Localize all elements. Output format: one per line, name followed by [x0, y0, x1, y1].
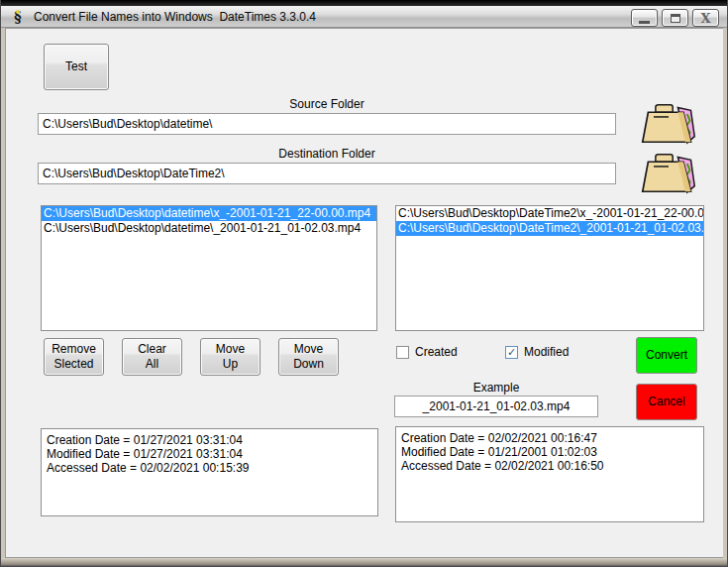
- close-icon: X: [700, 11, 710, 26]
- list-item[interactable]: C:\Users\Bud\Desktop\datetime\x_-2001-01…: [42, 206, 376, 221]
- minimize-button[interactable]: [631, 9, 658, 27]
- created-checkbox[interactable]: Created: [396, 345, 458, 359]
- browse-destination-button[interactable]: [640, 151, 697, 195]
- window-frame-left: [1, 28, 5, 558]
- maximize-icon: [671, 14, 680, 23]
- browse-source-button[interactable]: [640, 101, 697, 146]
- minimize-icon: [639, 21, 650, 24]
- title-bar[interactable]: § Convert File Names into Windows DateTi…: [1, 6, 728, 28]
- destination-file-list: C:\Users\Bud\Desktop\DateTime2\x_-2001-0…: [395, 205, 704, 331]
- window-title: Convert File Names into Windows DateTime…: [34, 10, 316, 24]
- source-folder-label: Source Folder: [38, 97, 616, 111]
- source-dates-box[interactable]: Creation Date = 01/27/2021 03:31:04 Modi…: [41, 428, 378, 516]
- source-file-list: C:\Users\Bud\Desktop\datetime\x_-2001-01…: [41, 205, 377, 331]
- example-label: Example: [394, 381, 598, 395]
- cancel-button[interactable]: Cancel: [636, 384, 697, 420]
- destination-dates-box[interactable]: Creation Date = 02/02/2021 00:16:47 Modi…: [395, 426, 704, 522]
- checkbox-check-icon: ✓: [505, 346, 518, 359]
- example-filename-input[interactable]: [394, 396, 598, 417]
- created-checkbox-label: Created: [415, 345, 458, 359]
- destination-folder-input[interactable]: [38, 163, 616, 184]
- list-item[interactable]: C:\Users\Bud\Desktop\DateTime2\x_-2001-0…: [396, 206, 703, 221]
- open-folder-icon: [640, 151, 697, 195]
- modified-checkbox[interactable]: ✓ Modified: [505, 345, 569, 359]
- accessed-date-line: Accessed Date = 02/02/2021 00:15:39: [47, 461, 372, 475]
- open-folder-icon: [640, 101, 697, 146]
- app-icon: §: [10, 9, 26, 25]
- app-window: § Convert File Names into Windows DateTi…: [0, 0, 728, 567]
- test-button[interactable]: Test: [44, 44, 109, 90]
- move-up-button[interactable]: Move Up: [200, 338, 260, 376]
- destination-folder-label: Destination Folder: [38, 147, 616, 161]
- accessed-date-line: Accessed Date = 02/02/2021 00:16:50: [401, 459, 698, 473]
- modified-date-line: Modified Date = 01/21/2001 01:02:03: [401, 445, 698, 459]
- list-item[interactable]: C:\Users\Bud\Desktop\datetime\_2001-01-2…: [42, 221, 376, 236]
- close-button[interactable]: X: [692, 9, 719, 27]
- maximize-button[interactable]: [662, 9, 688, 27]
- move-down-button[interactable]: Move Down: [278, 338, 339, 376]
- modified-date-line: Modified Date = 01/27/2021 03:31:04: [47, 447, 372, 461]
- checkbox-box-icon: [396, 346, 409, 359]
- clear-all-button[interactable]: Clear All: [122, 338, 182, 376]
- window-frame-right: [723, 28, 727, 558]
- remove-selected-button[interactable]: Remove Slected: [44, 338, 104, 376]
- list-item[interactable]: C:\Users\Bud\Desktop\DateTime2\_2001-01-…: [396, 221, 703, 236]
- window-frame-bottom: [1, 558, 728, 567]
- convert-button[interactable]: Convert: [636, 337, 697, 374]
- creation-date-line: Creation Date = 02/02/2021 00:16:47: [401, 431, 698, 445]
- creation-date-line: Creation Date = 01/27/2021 03:31:04: [47, 433, 372, 447]
- modified-checkbox-label: Modified: [524, 345, 569, 359]
- source-folder-input[interactable]: [38, 113, 616, 135]
